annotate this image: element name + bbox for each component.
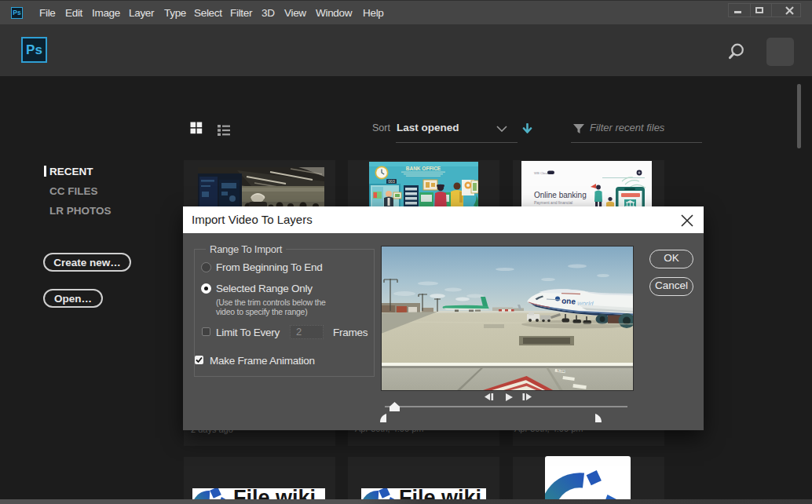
svg-text:WB Cloud: WB Cloud bbox=[534, 171, 550, 175]
svg-text:one: one bbox=[561, 297, 576, 306]
svg-text:BANK OFFICE: BANK OFFICE bbox=[406, 166, 441, 171]
svg-text:003: 003 bbox=[388, 179, 395, 184]
svg-text:Payment and financial: Payment and financial bbox=[534, 200, 572, 205]
svg-text:Online banking: Online banking bbox=[534, 191, 587, 199]
